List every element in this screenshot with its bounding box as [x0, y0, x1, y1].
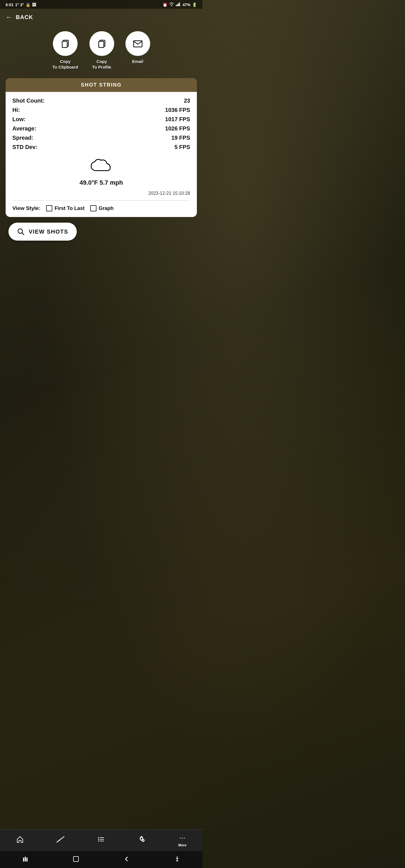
hi-label: Hi:: [12, 107, 20, 113]
copy-profile-label: CopyTo Profile: [92, 59, 111, 70]
svg-rect-7: [99, 41, 104, 48]
first-to-last-option[interactable]: First To Last: [46, 205, 85, 211]
copy-clipboard-label: CopyTo Clipboard: [52, 59, 78, 70]
std-dev-label: STD Dev:: [12, 144, 37, 150]
status-right: ⏰ 47% 🔋: [163, 2, 197, 7]
average-value: 1026 FPS: [165, 125, 190, 132]
low-label: Low:: [12, 116, 26, 123]
battery-icon: 🔋: [192, 3, 197, 7]
svg-rect-0: [176, 5, 177, 6]
shot-count-label: Shot Count:: [12, 97, 45, 104]
wifi-icon: [169, 2, 174, 7]
svg-rect-2: [178, 3, 179, 6]
datetime: 2023-12-21 15:10:28: [12, 191, 190, 196]
shot-string-card: SHOT STRING Shot Count: 23 Hi: 1036 FPS …: [6, 78, 197, 217]
back-label[interactable]: BACK: [16, 14, 33, 21]
spread-value: 19 FPS: [171, 135, 190, 141]
view-shots-label: VIEW SHOTS: [29, 228, 68, 235]
nav-bar: ← BACK: [0, 9, 202, 26]
card-header: SHOT STRING: [6, 78, 197, 92]
email-icon-circle: [125, 31, 150, 56]
stat-shot-count: Shot Count: 23: [12, 97, 190, 104]
email-label: Email: [132, 59, 143, 64]
stat-hi: Hi: 1036 FPS: [12, 107, 190, 113]
copy-clipboard-button[interactable]: CopyTo Clipboard: [52, 31, 78, 70]
first-to-last-checkbox[interactable]: [46, 205, 52, 211]
stat-average: Average: 1026 FPS: [12, 125, 190, 132]
divider: [12, 200, 190, 201]
alarm-icon: ⏰: [163, 3, 167, 7]
first-to-last-label: First To Last: [55, 206, 85, 211]
graph-option[interactable]: Graph: [90, 205, 114, 211]
weather-temp-wind: 49.0°F 5.7 mph: [80, 179, 123, 186]
shot-count-value: 23: [184, 97, 190, 104]
status-indicators: 1° 3°: [15, 3, 24, 7]
email-button[interactable]: Email: [125, 31, 150, 70]
copy-profile-icon-circle: [89, 31, 114, 56]
view-style-row: View Style: First To Last Graph: [12, 205, 190, 211]
battery-level: 47%: [182, 3, 191, 7]
stat-low: Low: 1017 FPS: [12, 116, 190, 123]
view-style-label: View Style:: [12, 205, 40, 211]
status-bar: 6:01 1° 3° 🔒 🖼 ⏰ 47% 🔋: [0, 0, 202, 9]
graph-checkbox[interactable]: [90, 205, 96, 211]
stat-std-dev: STD Dev: 5 FPS: [12, 144, 190, 150]
card-title: SHOT STRING: [81, 82, 121, 88]
view-shots-button[interactable]: VIEW SHOTS: [8, 223, 77, 241]
stat-spread: Spread: 19 FPS: [12, 135, 190, 141]
spread-label: Spread:: [12, 135, 33, 141]
card-body: Shot Count: 23 Hi: 1036 FPS Low: 1017 FP…: [6, 92, 197, 217]
std-dev-value: 5 FPS: [174, 144, 190, 150]
signal-icon: [176, 2, 181, 7]
svg-line-10: [22, 233, 24, 235]
svg-rect-1: [177, 4, 178, 6]
average-label: Average:: [12, 125, 36, 132]
lock-icon: 🔒: [26, 3, 30, 7]
weather-section: 49.0°F 5.7 mph: [12, 153, 190, 189]
status-time: 6:01: [6, 3, 13, 7]
hi-value: 1036 FPS: [165, 107, 190, 113]
svg-rect-3: [179, 3, 180, 6]
copy-clipboard-icon-circle: [53, 31, 78, 56]
action-row: CopyTo Clipboard CopyTo Profile Email: [0, 26, 202, 78]
status-left: 6:01 1° 3° 🔒 🖼: [6, 3, 36, 7]
low-value: 1017 FPS: [165, 116, 190, 123]
graph-label: Graph: [99, 206, 114, 211]
svg-rect-5: [62, 41, 67, 48]
cloud-icon: [90, 159, 113, 177]
image-icon: 🖼: [32, 3, 36, 7]
search-icon: [17, 228, 25, 236]
copy-profile-button[interactable]: CopyTo Profile: [89, 31, 114, 70]
back-arrow-icon[interactable]: ←: [6, 13, 12, 21]
